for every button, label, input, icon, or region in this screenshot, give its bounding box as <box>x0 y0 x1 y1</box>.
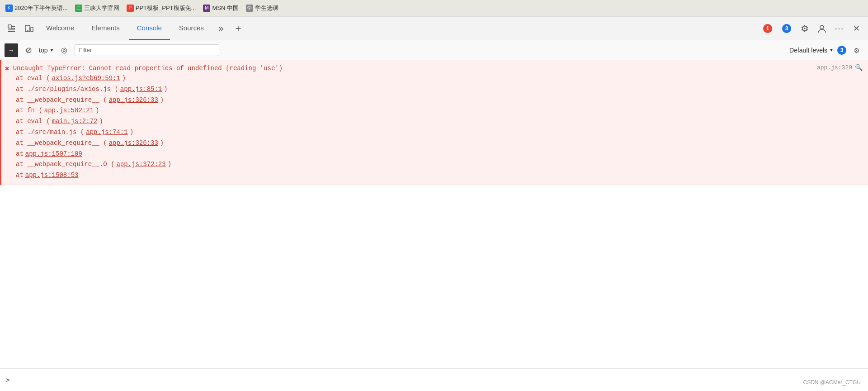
stack-file-4[interactable]: app.js:582:21 <box>44 105 94 116</box>
settings-button[interactable]: ⚙ <box>797 20 813 37</box>
bookmark-item-5[interactable]: 学 学生选课 <box>246 4 278 12</box>
stack-line-1: at eval (axios.js?cb69:59:1) <box>16 73 863 84</box>
more-tabs-button[interactable]: » <box>213 20 229 37</box>
console-content-area: ✖ Uncaught TypeError: Cannot read proper… <box>0 60 868 391</box>
tab-welcome[interactable]: Welcome <box>38 17 82 40</box>
console-prompt-icon: > <box>5 376 10 384</box>
console-gear-icon: ⚙ <box>854 45 859 55</box>
default-levels-label: Default levels <box>789 47 827 54</box>
tab-elements-label: Elements <box>91 24 120 32</box>
bookmark-item-1[interactable]: K 2020年下半年英语... <box>5 4 68 12</box>
svg-point-8 <box>820 25 824 29</box>
stack-line-7: at __webpack_require__ (app.js:326:33) <box>16 138 863 149</box>
levels-dropdown-icon: ▼ <box>829 48 834 52</box>
bookmark-icon-3: P <box>127 5 134 12</box>
ban-icon-button[interactable]: ⊘ <box>22 43 35 57</box>
bookmark-icon-5: 学 <box>246 5 253 12</box>
devtools-panel: Welcome Elements Console Sources » + 1 3… <box>0 16 868 391</box>
stack-line-3: at __webpack_require__ (app.js:326:33) <box>16 95 863 106</box>
stack-file-9[interactable]: app.js:372:23 <box>116 159 165 170</box>
stack-line-10: at app.js:1508:53 <box>16 170 863 181</box>
stack-file-2[interactable]: app.js:85:1 <box>120 84 162 95</box>
tab-sources-label: Sources <box>179 24 204 32</box>
profile-button[interactable] <box>814 20 830 37</box>
tab-elements[interactable]: Elements <box>83 17 128 40</box>
error-badge: 1 <box>763 24 772 33</box>
devtools-tab-bar: Welcome Elements Console Sources » + 1 3… <box>0 17 868 40</box>
bookmark-item-4[interactable]: M MSN 中国 <box>203 4 239 12</box>
stack-line-9: at __webpack_require__.O (app.js:372:23) <box>16 159 863 170</box>
stack-line-5: at eval (main.js:2:72) <box>16 116 863 127</box>
stack-file-10[interactable]: app.js:1508:53 <box>25 170 79 181</box>
msg-count-badge: 3 <box>837 46 846 55</box>
message-count: 3 <box>837 46 846 55</box>
ban-icon: ⊘ <box>25 45 32 55</box>
search-icon[interactable]: 🔍 <box>855 64 863 71</box>
console-settings-button[interactable]: ⚙ <box>850 43 863 57</box>
settings-icon: ⚙ <box>801 23 809 34</box>
eye-icon-button[interactable]: ◎ <box>57 43 71 57</box>
stack-file-1[interactable]: axios.js?cb69:59:1 <box>52 73 120 84</box>
stack-file-6[interactable]: app.js:74:1 <box>86 127 127 138</box>
bookmark-icon-4: M <box>203 5 210 12</box>
svg-rect-0 <box>8 25 11 28</box>
bookmark-label-4: MSN 中国 <box>212 4 239 12</box>
tab-console-label: Console <box>137 24 162 32</box>
bookmark-item-3[interactable]: P PPT模板_PPT模版免... <box>127 4 196 12</box>
bookmark-icon-2: 三 <box>75 5 82 12</box>
bookmark-item-2[interactable]: 三 三峡大学官网 <box>75 4 119 12</box>
svg-rect-6 <box>31 27 33 32</box>
bookmark-bar: K 2020年下半年英语... 三 三峡大学官网 P PPT模板_PPT模版免.… <box>0 0 868 16</box>
close-devtools-button[interactable]: ✕ <box>848 20 864 37</box>
stack-file-7[interactable]: app.js:326:33 <box>109 138 158 149</box>
error-file-ref[interactable]: app.js:329 <box>817 64 852 71</box>
tab-welcome-label: Welcome <box>46 24 74 32</box>
context-label: top <box>39 47 47 54</box>
warning-count-button[interactable]: 3 <box>778 22 796 35</box>
error-entry: ✖ Uncaught TypeError: Cannot read proper… <box>0 60 868 185</box>
stack-trace: at eval (axios.js?cb69:59:1) at ./src/pl… <box>5 73 863 181</box>
error-message: Uncaught TypeError: Cannot read properti… <box>13 64 804 73</box>
add-tab-button[interactable]: + <box>230 20 246 37</box>
bookmark-label-1: 2020年下半年英语... <box>14 4 68 12</box>
tab-sources[interactable]: Sources <box>171 17 212 40</box>
context-selector[interactable]: top ▼ <box>39 47 54 54</box>
bookmark-label-3: PPT模板_PPT模版免... <box>136 4 196 12</box>
watermark: CSDN @ACMer_CTGU <box>803 379 861 386</box>
error-count-button[interactable]: 1 <box>759 22 777 35</box>
log-level-selector[interactable]: Default levels ▼ <box>789 47 834 54</box>
stack-file-3[interactable]: app.js:326:33 <box>109 95 158 106</box>
device-toggle-button[interactable] <box>21 20 37 37</box>
stack-line-4: at fn (app.js:582:21) <box>16 105 863 116</box>
console-input-row: > <box>0 368 868 391</box>
error-icon: ✖ <box>5 64 9 73</box>
stack-file-8[interactable]: app.js:1507:109 <box>25 149 82 160</box>
error-main-line: ✖ Uncaught TypeError: Cannot read proper… <box>5 64 863 73</box>
bookmark-label-2: 三峡大学官网 <box>84 4 119 12</box>
stack-line-8: at app.js:1507:109 <box>16 149 863 160</box>
stack-file-5[interactable]: main.js:2:72 <box>52 116 98 127</box>
stack-line-6: at ./src/main.js (app.js:74:1) <box>16 127 863 138</box>
clear-console-button[interactable]: → <box>5 43 18 57</box>
bookmark-label-5: 学生选课 <box>255 4 278 12</box>
tab-console[interactable]: Console <box>129 17 170 40</box>
console-toolbar: → ⊘ top ▼ ◎ Default levels ▼ 3 ⚙ <box>0 40 868 60</box>
warning-badge: 3 <box>782 24 791 33</box>
console-output: ✖ Uncaught TypeError: Cannot read proper… <box>0 60 868 368</box>
more-options-button[interactable]: ⋯ <box>831 20 847 37</box>
filter-input[interactable] <box>75 44 219 56</box>
stack-line-2: at ./src/plugins/axios.js (app.js:85:1) <box>16 84 863 95</box>
console-input[interactable] <box>14 377 863 384</box>
inspect-element-button[interactable] <box>4 20 20 37</box>
forward-icon: → <box>8 47 14 54</box>
bookmark-icon-1: K <box>5 5 13 12</box>
eye-icon: ◎ <box>61 46 67 54</box>
dropdown-arrow-icon: ▼ <box>49 48 54 52</box>
